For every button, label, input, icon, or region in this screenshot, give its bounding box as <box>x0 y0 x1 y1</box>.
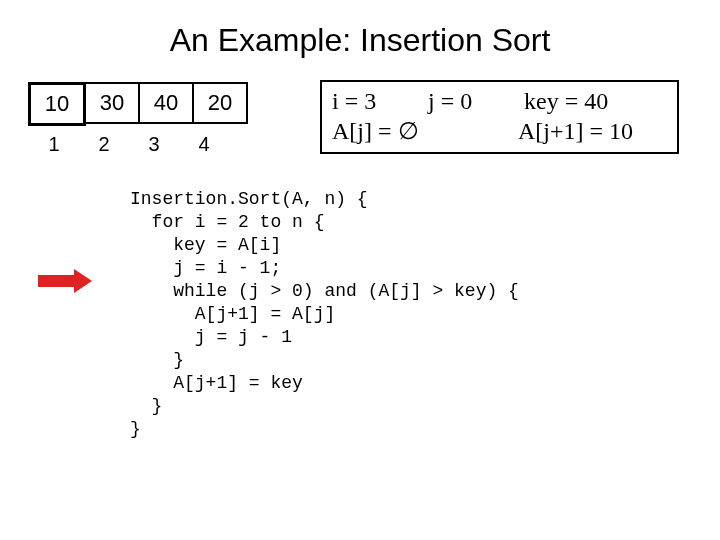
state-i: i = 3 <box>332 86 422 116</box>
state-ajp1: A[j+1] = 10 <box>518 116 633 146</box>
pseudocode: Insertion.Sort(A, n) { for i = 2 to n { … <box>130 188 519 441</box>
array-cell: 20 <box>192 82 248 124</box>
index-label: 1 <box>28 130 80 158</box>
index-label: 2 <box>78 130 130 158</box>
pointer-arrow-icon <box>38 270 96 292</box>
slide-title: An Example: Insertion Sort <box>0 0 720 73</box>
index-labels: 1 2 3 4 <box>28 130 230 158</box>
state-box: i = 3 j = 0 key = 40 A[j] = ∅ A[j+1] = 1… <box>320 80 679 154</box>
state-j: j = 0 <box>428 86 518 116</box>
index-label: 3 <box>128 130 180 158</box>
state-aj: A[j] = ∅ <box>332 116 512 146</box>
array-cell: 30 <box>84 82 140 124</box>
state-key: key = 40 <box>524 86 608 116</box>
array-cells: 10 30 40 20 <box>28 82 248 126</box>
state-row-2: A[j] = ∅ A[j+1] = 10 <box>332 116 667 146</box>
array-cell: 10 <box>28 82 86 126</box>
arrow-head <box>74 269 92 293</box>
arrow-stem <box>38 275 74 287</box>
array-cell: 40 <box>138 82 194 124</box>
state-row-1: i = 3 j = 0 key = 40 <box>332 86 667 116</box>
index-label: 4 <box>178 130 230 158</box>
